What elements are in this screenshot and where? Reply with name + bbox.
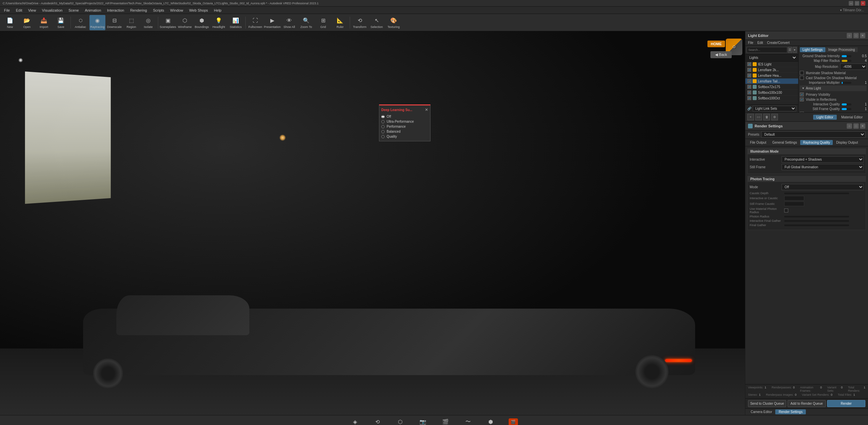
menu-view[interactable]: View [26, 8, 39, 13]
menu-rendering[interactable]: Rendering [127, 8, 150, 13]
rs-tab-general[interactable]: General Settings [770, 140, 800, 145]
pt-sc-input[interactable] [784, 202, 804, 206]
dl-option-ultra[interactable]: Ultra-Performance [381, 119, 428, 124]
menu-scene[interactable]: Scene [66, 8, 82, 13]
ground-shadow-slider[interactable] [842, 55, 851, 57]
vis-reflect-check[interactable]: ✓ [800, 97, 804, 101]
light-item-lfhex[interactable]: ✓ Lensflare Hea... [745, 73, 798, 79]
bt-vsets[interactable]: ⬢ VSets [482, 418, 499, 425]
antialiас-button[interactable]: ⬡ Antialiас [72, 15, 88, 30]
presets-dropdown[interactable]: Default [761, 131, 865, 138]
illum-shadow-check[interactable] [800, 71, 804, 75]
le-dock-btn[interactable]: □ [854, 33, 859, 38]
cone-angle-check[interactable] [800, 112, 804, 113]
photon-tracing-title[interactable]: Photon Tracing [748, 176, 866, 182]
interactive-dropdown[interactable]: Precomputed + Shadows [781, 156, 864, 162]
le-add-btn[interactable]: + [747, 114, 754, 120]
rs-tab-display[interactable]: Display Output [833, 140, 861, 145]
home-button[interactable]: HOME [707, 40, 725, 47]
bt-clips[interactable]: 🎬 Clips [437, 418, 454, 425]
le-list-view-btn[interactable]: ☰ [788, 47, 792, 53]
minimize-btn[interactable]: ─ [849, 1, 854, 6]
le-check-sb100oct[interactable]: ✓ [747, 96, 751, 100]
le-check-sb72[interactable]: ✓ [747, 85, 751, 89]
fullscreen-button[interactable]: ⛶ Fullscreen [247, 15, 263, 30]
showall-button[interactable]: 👁 Show All [281, 15, 297, 30]
dl-option-off[interactable]: Off [381, 114, 428, 119]
selection-button[interactable]: ↖ Selection [369, 15, 384, 30]
ruler-button[interactable]: 📐 Ruler [332, 15, 348, 30]
menu-edit[interactable]: Edit [13, 8, 25, 13]
raytracing-button[interactable]: ◉ Raytracing [89, 15, 105, 30]
maximize-btn[interactable]: □ [855, 1, 859, 6]
pt-mode-dropdown[interactable]: Off [781, 184, 864, 190]
le-float-btn[interactable]: ○ [847, 33, 852, 38]
illumination-title[interactable]: Illumination Mode [748, 149, 866, 154]
wireframe-button[interactable]: ⬡ Wireframe [177, 15, 193, 30]
le-lights-dropdown[interactable]: Lights [747, 55, 797, 61]
transform-button[interactable]: ⟲ Transform [352, 15, 368, 30]
le-check-ies[interactable]: ✓ [747, 62, 751, 66]
area-light-section[interactable]: Area Light [800, 86, 867, 91]
boundings-button[interactable]: ⬢ Boundings [194, 15, 210, 30]
light-item-lftail[interactable]: ✓ Lensflare Tail... [745, 79, 798, 84]
le-check-sb100[interactable]: ✓ [747, 90, 751, 94]
le-menu-create[interactable]: Create/Convert [767, 41, 789, 44]
bt-materials[interactable]: ⬡ Materials [392, 418, 409, 425]
region-button[interactable]: ⬚ Region [123, 15, 139, 30]
le-del-btn[interactable]: 🗑 [763, 114, 770, 120]
le-tab-material-editor[interactable]: Material Editor [838, 115, 866, 120]
headlight-button[interactable]: 💡 Headlight [211, 15, 227, 30]
rs-float-btn[interactable]: ○ [847, 123, 852, 129]
primary-vis-check[interactable]: ✓ [800, 92, 804, 96]
dl-option-performance[interactable]: Performance [381, 124, 428, 129]
zoomto-button[interactable]: 🔍 Zoom To [298, 15, 314, 30]
sceneplates-button[interactable]: ▣ Sceneplates [160, 15, 176, 30]
le-dup-btn[interactable]: ○○ [755, 114, 762, 120]
light-search-input[interactable] [747, 47, 787, 53]
menu-interaction[interactable]: Interaction [104, 8, 127, 13]
grid-button[interactable]: ⊞ Grid [315, 15, 331, 30]
menu-visualization[interactable]: Visualization [39, 8, 65, 13]
texturing-button[interactable]: 🎨 Texturing [385, 15, 402, 30]
menu-file[interactable]: File [1, 8, 12, 13]
rs-tab-raytracing[interactable]: Raytracing Quality [800, 140, 833, 145]
send-cluster-btn[interactable]: Send to Cluster Queue [748, 400, 786, 407]
le-tab-light-editor[interactable]: Light Editor [813, 115, 837, 120]
light-item-sb72[interactable]: ✓ Softbox72x175 [745, 84, 798, 90]
le-close-btn[interactable]: ✕ [860, 33, 865, 38]
importance-slider[interactable] [842, 82, 851, 84]
map-res-dropdown[interactable]: -4096 2048 4096 [840, 63, 867, 70]
add-render-btn[interactable]: Add to Render Queue [787, 400, 826, 407]
bt-cameras[interactable]: 📷 Cameras [414, 418, 432, 425]
rs-tab-fileout[interactable]: File Output [747, 140, 769, 145]
statistics-button[interactable]: 📊 Statistics [228, 15, 244, 30]
back-button[interactable]: ◀ Back [710, 51, 732, 58]
le-check-lftail[interactable]: ✓ [747, 79, 751, 83]
cr-tab-camera[interactable]: Camera Editor [747, 409, 775, 414]
menu-animation[interactable]: Animation [82, 8, 104, 13]
pt-cd-slider[interactable] [784, 192, 849, 194]
pt-mr-check[interactable] [784, 209, 788, 212]
pt-fg-slider[interactable] [784, 224, 849, 226]
le-check-lf2k[interactable]: ✓ [747, 68, 751, 72]
open-button[interactable]: 📂 Open [19, 15, 35, 30]
close-btn[interactable]: ✕ [861, 1, 865, 6]
light-link-dropdown[interactable]: Light Link Sets [753, 106, 796, 112]
menu-window[interactable]: Window [167, 8, 186, 13]
bt-graph[interactable]: ◈ Graph [346, 418, 364, 425]
int-quality-slider[interactable] [842, 103, 851, 105]
menu-help[interactable]: Help [211, 8, 224, 13]
cr-tab-render[interactable]: Render Settings [775, 409, 806, 414]
le-menu-file[interactable]: File [748, 41, 753, 44]
save-button[interactable]: 💾 Save [53, 15, 69, 30]
bt-transform[interactable]: ⟲ Transform [369, 418, 386, 425]
pt-if-slider[interactable] [784, 220, 849, 222]
import-button[interactable]: 📥 Import [36, 15, 52, 30]
le-list-options-btn[interactable]: ▾ [793, 47, 797, 53]
le-tab-settings[interactable]: Light Settings [800, 47, 826, 52]
le-settings-btn[interactable]: ⚙ [771, 114, 778, 120]
light-item-sb100oct[interactable]: ✓ Softbox100Oct [745, 95, 798, 101]
3d-viewport[interactable]: ⬡ HOME ◀ Back Deep Learning Su... ✕ Off … [0, 31, 745, 415]
new-button[interactable]: 📄 New [2, 15, 18, 30]
